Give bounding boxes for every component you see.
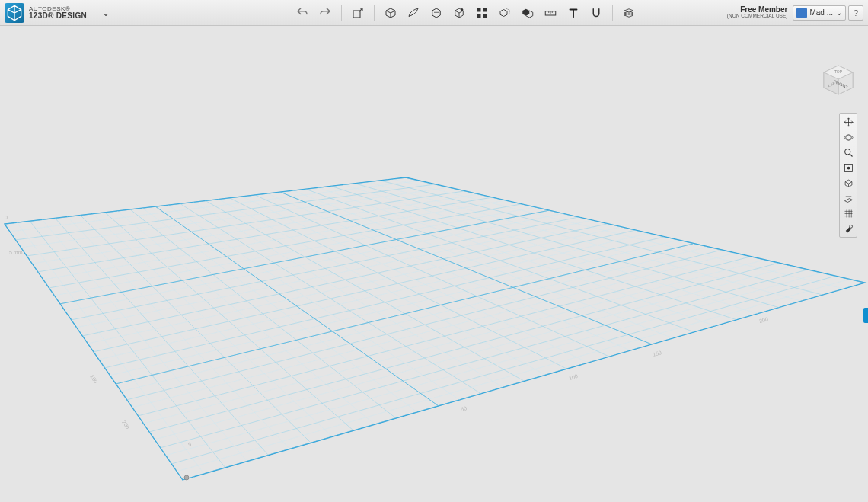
svg-line-43	[381, 181, 822, 295]
svg-line-53	[130, 209, 396, 418]
svg-point-90	[849, 225, 852, 228]
grid-label: 150	[652, 350, 662, 357]
text-button[interactable]	[564, 4, 582, 22]
svg-line-66	[218, 199, 545, 375]
svg-line-34	[98, 233, 649, 360]
grid-label: 100	[89, 374, 98, 385]
svg-line-61	[343, 184, 758, 314]
svg-line-13	[49, 204, 521, 288]
brand-block: AUTODESK® 123D® DESIGN	[29, 6, 87, 20]
svg-line-62	[318, 187, 716, 326]
svg-line-58	[5, 224, 183, 480]
primitives-button[interactable]	[381, 4, 400, 22]
measure-button[interactable]	[541, 4, 560, 22]
chevron-down-icon: ⌄	[836, 8, 842, 17]
help-label: ?	[854, 8, 858, 18]
svg-line-38	[143, 260, 764, 424]
navigation-toolbar	[839, 113, 857, 238]
svg-line-17	[93, 230, 636, 352]
svg-line-21	[138, 257, 750, 416]
svg-line-11	[27, 191, 464, 256]
svg-line-78	[155, 206, 439, 406]
sketch-button[interactable]	[404, 4, 423, 22]
pattern-button[interactable]	[473, 4, 491, 22]
viewcube-top-label: TOP	[834, 69, 843, 74]
svg-line-60	[368, 182, 801, 301]
combine-button[interactable]	[519, 4, 537, 22]
svg-line-55	[80, 215, 311, 443]
svg-line-44	[356, 184, 780, 308]
svg-line-49	[230, 198, 566, 369]
toolbar-divider	[374, 5, 375, 21]
zoom-button[interactable]	[840, 145, 857, 160]
materials-button[interactable]	[620, 4, 638, 22]
svg-line-12	[37, 197, 493, 272]
svg-line-54	[105, 213, 353, 430]
svg-line-87	[850, 154, 852, 156]
svg-line-23	[160, 270, 807, 448]
svg-line-20	[126, 250, 722, 400]
modify-button[interactable]	[450, 4, 468, 22]
grid-label: 0	[5, 215, 8, 220]
brand-product: 123D® DESIGN	[29, 12, 87, 20]
svg-line-39	[155, 266, 793, 440]
user-dropdown[interactable]: Mad ... ⌄	[793, 5, 846, 21]
insert-button[interactable]	[349, 4, 367, 22]
grid-label: 5 mm	[9, 250, 23, 255]
svg-point-89	[847, 166, 850, 169]
svg-line-36	[121, 247, 707, 392]
grid-label: 5	[187, 441, 192, 447]
snap-button[interactable]	[587, 4, 605, 22]
svg-line-59	[393, 179, 844, 289]
ground-plane-grid: 0 5 50 100 150 200 5 mm 100 200	[0, 26, 868, 502]
grid-label: 200	[121, 420, 130, 430]
account-status-sub: (NON COMMERCIAL USE)	[727, 14, 788, 19]
svg-rect-5	[483, 14, 487, 18]
undo-button[interactable]	[293, 4, 311, 22]
side-panel-handle[interactable]	[863, 308, 868, 323]
svg-line-37	[132, 253, 736, 408]
svg-rect-4	[477, 14, 481, 18]
app-logo[interactable]	[5, 3, 24, 23]
orbit-button[interactable]	[840, 129, 857, 145]
svg-line-10	[15, 184, 435, 240]
svg-line-57	[30, 221, 225, 468]
svg-line-69	[142, 208, 417, 412]
svg-line-16	[82, 224, 607, 336]
svg-point-86	[844, 149, 850, 155]
svg-line-40	[165, 273, 822, 456]
construct-button[interactable]	[427, 4, 445, 22]
viewcube[interactable]: TOP FRONT LEFT	[821, 62, 856, 98]
svg-rect-2	[477, 8, 481, 12]
help-button[interactable]: ?	[848, 5, 863, 21]
pan-button[interactable]	[840, 114, 857, 129]
svg-rect-3	[483, 8, 487, 12]
svg-line-45	[330, 186, 737, 320]
toggle-grid-button[interactable]	[840, 206, 857, 221]
main-menu-chevron-icon[interactable]: ⌄	[102, 8, 110, 18]
top-toolbar: AUTODESK® 123D® DESIGN ⌄	[0, 0, 868, 26]
toolbar-divider	[341, 5, 342, 21]
toggle-plane-button[interactable]	[840, 190, 857, 206]
svg-line-24	[171, 276, 836, 464]
user-name: Mad ...	[809, 8, 833, 17]
material-display-button[interactable]	[840, 221, 857, 236]
svg-line-32	[76, 220, 592, 328]
svg-line-67	[193, 202, 503, 387]
account-status: Free Member (NON COMMERCIAL USE)	[727, 6, 788, 19]
grid-label: 200	[758, 316, 768, 324]
fit-button[interactable]	[840, 160, 857, 175]
grouping-button[interactable]	[496, 4, 514, 22]
grid-label: 50	[460, 405, 468, 412]
toggle-visibility-button[interactable]	[840, 175, 857, 190]
svg-point-1	[461, 8, 463, 11]
svg-line-56	[55, 218, 268, 455]
redo-button[interactable]	[316, 4, 334, 22]
toolbar-divider	[612, 5, 613, 21]
svg-line-63	[292, 190, 673, 338]
3d-canvas[interactable]: 0 5 50 100 150 200 5 mm 100 200 TOP FRON…	[0, 26, 868, 502]
svg-marker-8	[5, 177, 865, 480]
avatar-icon	[796, 8, 807, 18]
svg-point-79	[184, 475, 189, 480]
grid-label: 100	[568, 373, 578, 381]
